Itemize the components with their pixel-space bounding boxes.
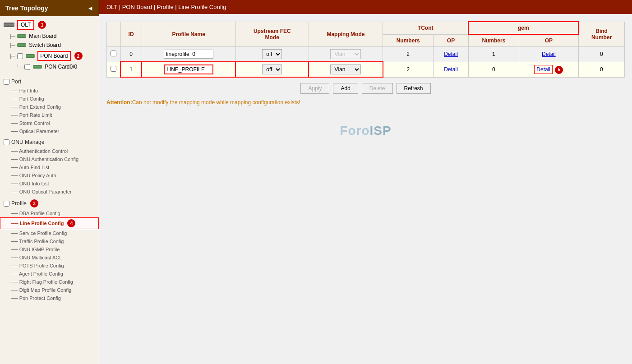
onu-manage-checkbox[interactable] xyxy=(4,139,9,145)
row0-checkbox[interactable] xyxy=(111,51,116,56)
row1-gem-detail-btn[interactable]: Detail xyxy=(534,65,553,74)
row1-tcont-detail-btn[interactable]: Detail xyxy=(444,66,458,73)
col-header-gem: gem xyxy=(468,22,578,34)
col-header-gem-numbers: Numbers xyxy=(468,34,519,47)
port-checkbox[interactable] xyxy=(4,79,9,85)
line-profile-table: ID Profile Name Upstream FECMode Mapping… xyxy=(106,21,625,78)
table-container: ID Profile Name Upstream FECMode Mapping… xyxy=(106,21,625,78)
row0-fec-select[interactable]: off on xyxy=(262,49,282,59)
pon-board-node[interactable]: ├─ PON Board 2 xyxy=(0,50,99,62)
row1-fec-select[interactable]: off on xyxy=(262,65,282,74)
menu-onu-policy-auth[interactable]: ── ONU Policy Auth xyxy=(0,171,99,180)
switch-board-icon xyxy=(17,43,26,47)
pon-card-checkbox[interactable] xyxy=(24,64,30,70)
col-header-bind-number: BindNumber xyxy=(578,22,624,47)
col-header-tcont-op: OP xyxy=(434,34,469,47)
main-board-icon xyxy=(17,34,26,38)
menu-port-info[interactable]: ── Port Info xyxy=(0,87,99,95)
col-header-tcont-numbers: Numbers xyxy=(383,34,434,47)
olt-label[interactable]: OLT xyxy=(17,20,34,30)
onu-manage-header: ONU Manage xyxy=(0,137,99,147)
menu-traffic-profile[interactable]: ── Traffic Profile Config xyxy=(0,237,99,245)
col-header-profile-name: Profile Name xyxy=(142,22,235,47)
menu-right-flag[interactable]: ── Right Flag Profile Config xyxy=(0,278,99,286)
col-header-tcont: TCont xyxy=(383,22,469,34)
row1-profile-name-input[interactable] xyxy=(164,65,213,74)
menu-service-profile[interactable]: ── Service Profile Config xyxy=(0,229,99,237)
row0-fec-cell: off on xyxy=(235,47,309,62)
apply-button[interactable]: Apply xyxy=(300,83,329,94)
row1-mapping-select[interactable]: Vlan GEM Priority xyxy=(330,65,361,74)
row1-fec-cell: off on xyxy=(235,62,309,77)
menu-dba-profile[interactable]: ── DBA Profile Config xyxy=(0,209,99,217)
watermark-text: ForoISP xyxy=(340,124,391,138)
menu-storm-control[interactable]: ── Storm Control xyxy=(0,119,99,127)
menu-line-profile[interactable]: ── Line Profile Config 4 xyxy=(0,217,99,229)
menu-multicast-acl[interactable]: ── ONU Multicast ACL xyxy=(0,253,99,262)
main-board-node[interactable]: ├─ Main Board xyxy=(0,32,99,41)
row0-gem-numbers: 1 xyxy=(468,47,519,62)
profile-checkbox[interactable] xyxy=(4,201,9,207)
attention-container: Attention:Can not modify the mapping mod… xyxy=(106,99,625,106)
profile-section-header: Profile 3 xyxy=(0,198,99,209)
menu-port-config[interactable]: ── Port Config xyxy=(0,95,99,103)
olt-badge: 1 xyxy=(38,21,46,29)
attention-message: Can not modify the mapping mode while ma… xyxy=(132,99,300,106)
sidebar-title: Tree Topology xyxy=(5,5,48,12)
row1-profile-name-cell xyxy=(142,62,235,77)
pon-card-node[interactable]: └─ PON Card0/0 xyxy=(0,62,99,71)
menu-optical-parameter[interactable]: ── Optical Parameter xyxy=(0,127,99,135)
menu-pon-protect[interactable]: ── Pon Protect Config xyxy=(0,294,99,302)
menu-onu-auth-config[interactable]: ── ONU Authentication Config xyxy=(0,155,99,163)
sidebar-content: OLT 1 ├─ Main Board ├─ Switch Board xyxy=(0,16,99,364)
row1-gem-op: Detail 5 xyxy=(519,62,578,77)
onu-manage-label[interactable]: ONU Manage xyxy=(11,139,44,145)
content-area: OLT | PON Board | Profile | Line Profile… xyxy=(99,0,632,364)
menu-igmp-profile[interactable]: ── ONU IGMP Profile xyxy=(0,245,99,253)
row0-profile-name-input[interactable] xyxy=(164,50,213,59)
row0-gem-op: Detail xyxy=(519,47,578,62)
gem-op-badge: 5 xyxy=(555,66,563,74)
row0-tcont-detail-btn[interactable]: Detail xyxy=(444,51,458,57)
menu-onu-optical[interactable]: ── ONU Optical Parameter xyxy=(0,188,99,196)
pon-board-label: PON Board xyxy=(37,51,70,61)
col-header-mapping-mode: Mapping Mode xyxy=(309,22,383,47)
add-button[interactable]: Add xyxy=(333,83,358,94)
line-profile-label: ── Line Profile Config xyxy=(11,221,64,226)
pon-card-label: PON Card0/0 xyxy=(45,64,77,70)
collapse-icon[interactable]: ◄ xyxy=(87,5,93,12)
pon-board-icon xyxy=(26,54,35,58)
row0-tcont-numbers: 2 xyxy=(383,47,434,62)
profile-label[interactable]: Profile xyxy=(11,200,27,207)
profile-section: Profile 3 ── DBA Profile Config ── Line … xyxy=(0,198,99,302)
menu-auth-control[interactable]: ── Authentication Control xyxy=(0,147,99,155)
pon-card-icon xyxy=(33,65,42,69)
refresh-button[interactable]: Refresh xyxy=(397,83,431,94)
row0-bind-number: 0 xyxy=(578,47,624,62)
menu-pots-profile[interactable]: ── POTS Profile Config xyxy=(0,262,99,270)
menu-onu-info-list[interactable]: ── ONU Info List xyxy=(0,180,99,188)
col-header-checkbox xyxy=(107,22,121,47)
port-label[interactable]: Port xyxy=(11,78,21,85)
watermark-isp: ISP xyxy=(370,124,392,138)
switch-board-node[interactable]: ├─ Switch Board xyxy=(0,41,99,50)
col-header-gem-op: OP xyxy=(519,34,578,47)
menu-digit-map[interactable]: ── Digit Map Profile Config xyxy=(0,286,99,294)
port-section-header: Port xyxy=(0,77,99,87)
olt-device-icon xyxy=(4,23,14,27)
delete-button[interactable]: Delete xyxy=(362,83,393,94)
breadcrumb: OLT | PON Board | Profile | Line Profile… xyxy=(99,0,632,14)
row0-mapping-select[interactable]: Vlan GEM Priority xyxy=(330,49,361,59)
menu-port-extend-config[interactable]: ── Port Extend Config xyxy=(0,103,99,111)
row1-checkbox[interactable] xyxy=(111,66,116,72)
pon-board-checkbox[interactable] xyxy=(17,53,23,59)
menu-port-rate-limit[interactable]: ── Port Rate Limit xyxy=(0,111,99,119)
row1-bind-number: 0 xyxy=(578,62,624,77)
table-row: 1 off on xyxy=(107,62,625,77)
row1-gem-numbers: 0 xyxy=(468,62,519,77)
menu-agent-profile[interactable]: ── Agent Profile Config xyxy=(0,270,99,278)
row0-gem-detail-btn[interactable]: Detail xyxy=(542,51,556,57)
row1-mapping-cell: Vlan GEM Priority xyxy=(309,62,383,77)
menu-auto-find[interactable]: ── Auto Find List xyxy=(0,163,99,171)
profile-badge: 3 xyxy=(30,199,38,207)
